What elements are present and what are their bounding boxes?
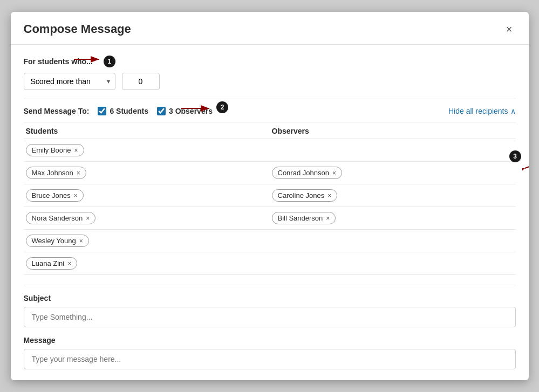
observer-cell xyxy=(270,149,516,152)
recipients-header: Students Observers xyxy=(24,122,516,139)
student-cell: Bruce Jones × xyxy=(24,188,270,203)
modal-header: Compose Message × xyxy=(11,12,529,45)
student-tag: Luana Zini × xyxy=(26,257,78,270)
filter-select-wrap: Scored more than Scored less than Haven'… xyxy=(24,73,115,90)
observer-tag: Conrad Johnson × xyxy=(272,167,342,179)
table-row: Nora Sanderson × Bill Sanderson × xyxy=(24,207,516,230)
students-checkbox[interactable] xyxy=(98,107,106,115)
observers-checkbox[interactable] xyxy=(157,107,166,115)
message-heading: Message xyxy=(24,336,516,345)
modal-body: For students who... 1 xyxy=(11,45,529,380)
remove-luana-zini[interactable]: × xyxy=(67,260,71,267)
observer-cell: Conrad Johnson × 3 xyxy=(270,166,516,180)
remove-caroline-jones[interactable]: × xyxy=(328,192,331,199)
table-row: Wesley Young × xyxy=(24,230,516,252)
annotation-badge-2: 2 xyxy=(216,101,228,113)
remove-conrad-johnson[interactable]: × xyxy=(332,170,336,176)
observer-cell: Caroline Jones × xyxy=(270,188,516,203)
message-input[interactable] xyxy=(24,349,516,369)
subject-input[interactable] xyxy=(24,307,516,327)
student-tag: Max Johnson × xyxy=(26,167,86,179)
student-cell: Wesley Young × xyxy=(24,233,270,248)
compose-message-modal: Compose Message × For students who... 1 xyxy=(11,12,529,380)
annotation-arrow-1 xyxy=(71,51,104,67)
students-col-header: Students xyxy=(24,127,270,135)
remove-max-johnson[interactable]: × xyxy=(77,170,80,176)
student-cell: Emily Boone × xyxy=(24,143,270,157)
table-row: Luana Zini × xyxy=(24,252,516,275)
table-row: Emily Boone × xyxy=(24,139,516,162)
student-cell: Luana Zini × xyxy=(24,256,270,271)
message-section: Message xyxy=(24,336,516,369)
filter-section: For students who... 1 xyxy=(24,56,516,90)
remove-bill-sanderson[interactable]: × xyxy=(326,215,330,222)
student-tag: Bruce Jones × xyxy=(26,189,84,202)
remove-nora-sanderson[interactable]: × xyxy=(86,215,90,222)
send-to-row: Send Message To: 6 Students 3 Observers … xyxy=(24,99,516,115)
filter-label: For students who... 1 xyxy=(24,56,516,67)
student-tag: Emily Boone × xyxy=(26,144,84,156)
annotation-arrow-2 xyxy=(179,102,214,114)
students-count-label: 6 Students xyxy=(110,107,148,115)
student-cell: Nora Sanderson × xyxy=(24,211,270,225)
close-button[interactable]: × xyxy=(503,22,516,37)
annotation-badge-3: 3 xyxy=(509,150,521,162)
observer-tag: Bill Sanderson × xyxy=(272,212,336,224)
annotation-arrow-3 xyxy=(522,155,529,171)
table-row: Bruce Jones × Caroline Jones × xyxy=(24,184,516,207)
observer-cell xyxy=(270,240,516,242)
filter-select[interactable]: Scored more than Scored less than Haven'… xyxy=(24,73,115,90)
send-to-label: Send Message To: xyxy=(24,107,90,115)
observer-tag: Caroline Jones × xyxy=(272,189,338,202)
observer-cell: Bill Sanderson × xyxy=(270,211,516,225)
subject-section: Subject xyxy=(24,285,516,327)
remove-emily-boone[interactable]: × xyxy=(74,147,78,154)
remove-wesley-young[interactable]: × xyxy=(79,238,83,244)
table-row: Max Johnson × Conrad Johnson × 3 xyxy=(24,162,516,184)
remove-bruce-jones[interactable]: × xyxy=(74,192,78,199)
students-checkbox-label[interactable]: 6 Students xyxy=(98,107,148,115)
observers-checkbox-label[interactable]: 3 Observers 2 xyxy=(157,107,213,115)
modal-title: Compose Message xyxy=(24,22,131,36)
recipients-table: Students Observers Emily Boone × Max Joh… xyxy=(24,122,516,275)
hide-recipients-link[interactable]: Hide all recipients ∧ xyxy=(448,107,516,115)
subject-heading: Subject xyxy=(24,294,516,302)
observers-col-header: Observers xyxy=(270,127,516,135)
filter-row: Scored more than Scored less than Haven'… xyxy=(24,73,516,90)
annotation-badge-1: 1 xyxy=(104,56,115,67)
svg-line-5 xyxy=(525,159,529,168)
filter-value-input[interactable] xyxy=(122,73,160,90)
student-tag: Nora Sanderson × xyxy=(26,212,96,224)
student-cell: Max Johnson × xyxy=(24,166,270,180)
student-tag: Wesley Young × xyxy=(26,235,89,247)
observer-cell xyxy=(270,263,516,265)
chevron-up-icon: ∧ xyxy=(510,107,516,115)
